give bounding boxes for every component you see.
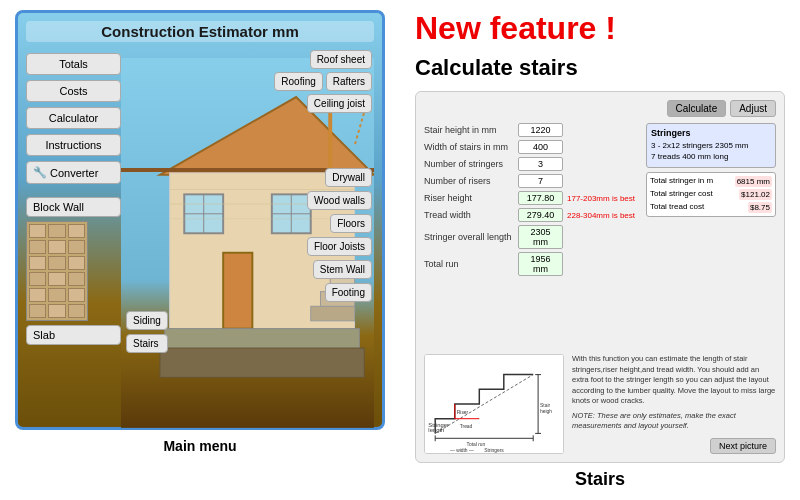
output-stringer-length: 2305 mm [518,225,563,249]
svg-text:length: length [428,427,444,433]
roofing-rafters-row: Roofing Rafters [274,72,372,91]
total-stringer-cost-row: Total stringer cost $121.02 [650,189,772,200]
stringers-section: Stringers 3 - 2x12 stringers 2305 mm 7 t… [646,123,776,168]
block-wall-button[interactable]: Block Wall [26,197,121,217]
app-content: Totals Costs Calculator Instructions 🔧 C… [26,48,374,438]
footing-button[interactable]: Footing [325,283,372,302]
adjust-tab[interactable]: Adjust [730,100,776,117]
block-cell [68,272,85,286]
building-area: Roof sheet Roofing Rafters Ceiling joist… [121,48,374,438]
block-cell [29,288,46,302]
label-width: Width of stairs in mm [424,142,514,152]
input-width[interactable]: 400 [518,140,563,154]
stairs-label: Stairs [415,469,785,490]
floors-button[interactable]: Floors [330,214,372,233]
block-cell [29,240,46,254]
calc-right: Stringers 3 - 2x12 stringers 2305 mm 7 t… [646,123,776,348]
stem-wall-button[interactable]: Stem Wall [313,260,372,279]
stringer-option: 3 - 2x12 stringers 2305 mm [651,141,748,150]
output-total-run: 1956 mm [518,252,563,276]
treads-value: 7 treads 400 mm long [651,152,728,161]
input-row-0: Stair height in mm 1220 [424,123,638,137]
roofing-button[interactable]: Roofing [274,72,322,91]
hint-riser: 177-203mm is best [567,194,635,203]
calculator-button[interactable]: Calculator [26,107,121,129]
output-riser-height: 177.80 [518,191,563,205]
total-stringer-m-label: Total stringer in m [650,176,713,187]
left-panel: Construction Estimator mm Totals Costs C… [0,0,400,500]
treads-row: 7 treads 400 mm long [651,152,771,161]
roof-buttons: Roof sheet Roofing Rafters Ceiling joist [274,50,372,113]
block-cell [48,240,65,254]
calculate-stairs-text: Calculate stairs [415,55,785,81]
converter-button[interactable]: 🔧 Converter [26,161,121,184]
wrench-icon: 🔧 [33,166,47,179]
input-stringers[interactable]: 3 [518,157,563,171]
nav-buttons: Totals Costs Calculator Instructions 🔧 C… [26,48,121,438]
totals-section: Total stringer in m 6815 mm Total string… [646,172,776,217]
label-stair-height: Stair height in mm [424,125,514,135]
block-cell [48,288,65,302]
totals-button[interactable]: Totals [26,53,121,75]
input-row-3: Number of risers 7 [424,174,638,188]
slab-button[interactable]: Slab [26,325,121,345]
svg-rect-14 [165,329,360,348]
block-cell [68,224,85,238]
stairs-calc-box: Calculate Adjust Stair height in mm 1220… [415,91,785,463]
wood-walls-button[interactable]: Wood walls [307,191,372,210]
block-cell [48,256,65,270]
roof-sheet-button[interactable]: Roof sheet [310,50,372,69]
input-stair-height[interactable]: 1220 [518,123,563,137]
svg-text:Tread: Tread [460,424,473,429]
app-box: Construction Estimator mm Totals Costs C… [15,10,385,430]
calc-inputs: Stair height in mm 1220 Width of stairs … [424,123,638,348]
input-row-6: Stringer overall length 2305 mm [424,225,638,249]
stringers-title: Stringers [651,128,771,138]
rafters-button[interactable]: Rafters [326,72,372,91]
ceiling-joist-button[interactable]: Ceiling joist [307,94,372,113]
block-cell [68,256,85,270]
input-risers[interactable]: 7 [518,174,563,188]
svg-text:Stringers: Stringers [484,448,504,453]
note-text: NOTE: These are only estimates, make the… [572,411,776,432]
input-row-2: Number of stringers 3 [424,157,638,171]
input-row-7: Total run 1956 mm [424,252,638,276]
block-cell [48,272,65,286]
next-picture-button[interactable]: Next picture [710,438,776,454]
block-cell [68,304,85,318]
svg-rect-10 [223,253,252,329]
svg-rect-16 [311,306,355,321]
calculate-tab[interactable]: Calculate [667,100,727,117]
block-cell [48,224,65,238]
description-text: With this function you can estimate the … [572,354,776,434]
block-wall-image [26,221,88,321]
stairs-button[interactable]: Stairs [126,334,168,353]
app-title: Construction Estimator mm [26,21,374,42]
next-picture-container: Next picture [572,434,776,454]
total-tread-cost-row: Total tread cost $8.75 [650,202,772,213]
svg-rect-15 [160,348,364,377]
svg-text:— width —: — width — [450,448,474,453]
label-stringers: Number of stringers [424,159,514,169]
total-tread-cost-label: Total tread cost [650,202,704,213]
input-row-5: Tread width 279.40 228-304mm is best [424,208,638,222]
svg-text:Stair: Stair [540,403,550,408]
instructions-button[interactable]: Instructions [26,134,121,156]
block-cell [29,224,46,238]
block-cell [68,240,85,254]
costs-button[interactable]: Costs [26,80,121,102]
svg-text:Riser: Riser [457,410,469,415]
total-stringer-m-row: Total stringer in m 6815 mm [650,176,772,187]
floor-joists-button[interactable]: Floor Joists [307,237,372,256]
label-riser-height: Riser height [424,193,514,203]
label-total-run: Total run [424,259,514,269]
block-cell [29,304,46,318]
middle-buttons: Drywall Wood walls Floors Floor Joists S… [307,168,372,302]
total-tread-cost-value: $8.75 [748,202,772,213]
right-panel: New feature ! Calculate stairs Calculate… [400,0,800,500]
calc-main: Stair height in mm 1220 Width of stairs … [424,123,776,348]
siding-button[interactable]: Siding [126,311,168,330]
stair-diagram: Stringer length Riser Tread Stair heigh [424,354,564,454]
block-cell [29,272,46,286]
drywall-button[interactable]: Drywall [325,168,372,187]
